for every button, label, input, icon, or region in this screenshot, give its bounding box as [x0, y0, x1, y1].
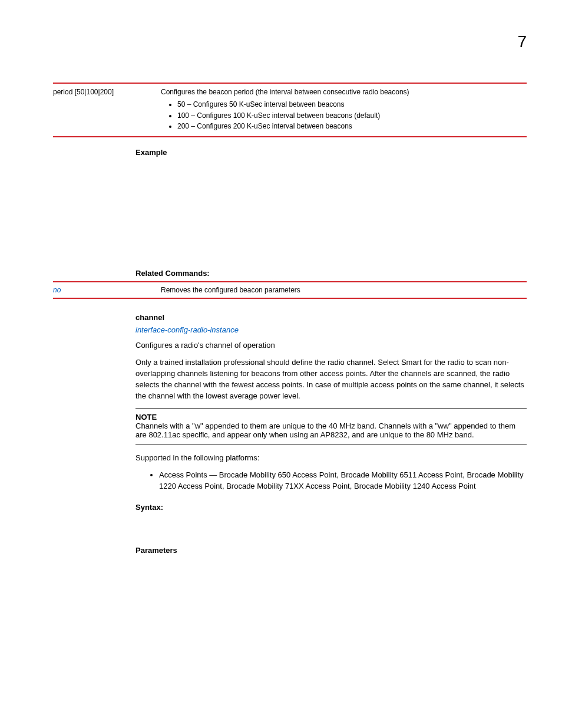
no-link[interactable]: no	[53, 286, 61, 294]
related-command-name: no	[53, 282, 161, 298]
note-block: NOTE Channels with a "w" appended to the…	[135, 409, 527, 444]
platform-item: Access Points — Brocade Mobility 650 Acc…	[159, 470, 527, 492]
param-bullets: 50 – Configures 50 K-uSec interval betwe…	[161, 100, 522, 131]
param-desc-cell: Configures the beacon period (the interv…	[161, 84, 527, 136]
parameter-table: period [50|100|200] Configures the beaco…	[53, 84, 527, 136]
page-number: 7	[517, 32, 527, 51]
bullet-item: 50 – Configures 50 K-uSec interval betwe…	[177, 100, 522, 110]
channel-p2: Only a trained installation professional…	[135, 357, 527, 401]
parameters-heading: Parameters	[135, 546, 527, 555]
param-intro: Configures the beacon period (the interv…	[161, 88, 409, 96]
syntax-heading: Syntax:	[135, 503, 527, 512]
table-bottom-rule	[53, 136, 527, 137]
related-commands-table: no Removes the configured beacon paramet…	[53, 282, 527, 298]
bullet-item: 100 – Configures 100 K-uSec interval bet…	[177, 111, 522, 121]
related-bottom-rule	[53, 298, 527, 299]
param-name-cell: period [50|100|200]	[53, 84, 161, 136]
bullet-item: 200 – Configures 200 K-uSec interval bet…	[177, 121, 522, 131]
example-heading: Example	[135, 148, 527, 157]
interface-config-link[interactable]: interface-config-radio-instance	[135, 325, 527, 334]
note-label: NOTE	[135, 413, 157, 421]
platform-list: Access Points — Brocade Mobility 650 Acc…	[135, 470, 527, 492]
channel-heading: channel	[135, 313, 527, 322]
supported-label: Supported in the following platforms:	[135, 453, 527, 464]
related-commands-heading: Related Commands:	[135, 269, 527, 278]
related-command-desc: Removes the configured beacon parameters	[161, 282, 527, 298]
note-text: Channels with a "w" appended to them are…	[135, 421, 515, 439]
channel-p1: Configures a radio's channel of operatio…	[135, 340, 527, 351]
